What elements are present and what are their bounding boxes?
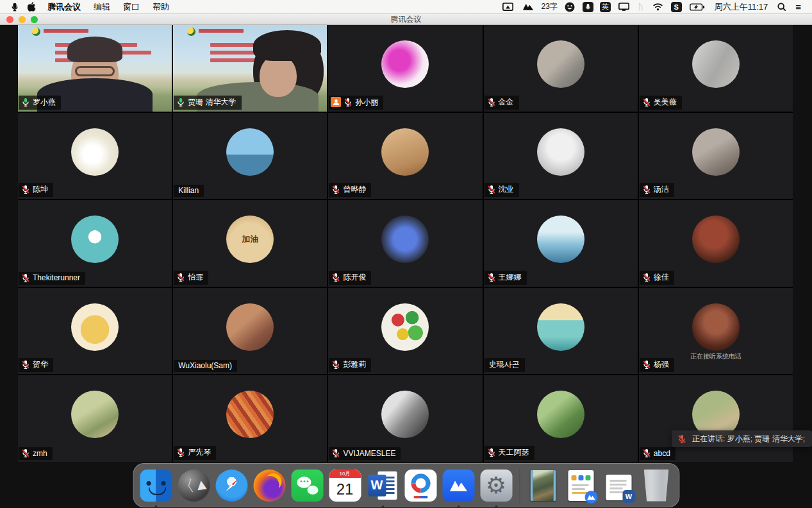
- participant-tile[interactable]: 史琨사곤: [484, 288, 638, 375]
- avatar: [692, 128, 740, 176]
- participant-tile[interactable]: 天工阿瑟: [484, 375, 638, 462]
- screen-mirroring-icon[interactable]: [498, 0, 518, 13]
- menubar-clock[interactable]: 周六上午11:17: [709, 1, 774, 13]
- participant-tile[interactable]: 吴美薇: [639, 25, 793, 112]
- participant-tile[interactable]: 罗小燕: [18, 25, 172, 112]
- participant-tile[interactable]: 曾晔静: [328, 113, 482, 199]
- menubar-list-icon[interactable]: ≡: [791, 0, 806, 13]
- participant-tile[interactable]: 严先琴: [173, 375, 327, 462]
- participant-nameplate: 徐佳: [640, 271, 674, 285]
- avatar: [71, 128, 119, 176]
- dock-tencent-meeting-icon[interactable]: [442, 469, 475, 502]
- mic-muted-icon: [176, 273, 185, 282]
- window-title-bar: 腾讯会议: [0, 14, 812, 25]
- avatar: [71, 216, 119, 263]
- participant-tile[interactable]: 汤洁: [639, 113, 793, 199]
- participant-tile[interactable]: VVIJAMESLEE: [328, 375, 482, 462]
- mic-muted-icon: [642, 360, 651, 369]
- avatar: [692, 40, 740, 88]
- participant-nameplate: 王娜娜: [485, 271, 527, 285]
- participant-tile[interactable]: 加油 怡霏: [173, 200, 327, 287]
- avatar: [226, 391, 274, 438]
- display-icon[interactable]: [614, 0, 634, 13]
- dock-system-preferences-icon[interactable]: ⚙: [479, 469, 513, 502]
- dock-finder-icon[interactable]: [139, 469, 172, 502]
- dock-trash-icon[interactable]: [640, 469, 673, 502]
- battery-charging-icon[interactable]: [685, 0, 709, 13]
- participant-nameplate: 金金: [485, 96, 519, 110]
- dock-safari-icon[interactable]: [215, 469, 248, 502]
- participant-tile[interactable]: 陈坤: [18, 113, 172, 199]
- participant-name: VVIJAMESLEE: [343, 449, 395, 458]
- banner-title-line: [44, 29, 88, 33]
- participant-name: 怡霏: [188, 272, 203, 283]
- participant-tile[interactable]: 孙小丽: [328, 25, 482, 112]
- window-title: 腾讯会议: [0, 14, 812, 25]
- avatar: [226, 128, 274, 176]
- participant-tile[interactable]: 徐佳: [639, 200, 793, 287]
- dock-baidu-netdisk-icon[interactable]: [404, 469, 437, 502]
- participant-nameplate: 吴美薇: [640, 96, 682, 110]
- emoji-input-icon[interactable]: [560, 0, 579, 13]
- participant-nameplate: 贺华: [19, 358, 53, 372]
- participant-tile[interactable]: 王娜娜: [484, 200, 638, 287]
- input-char-count: 23字: [538, 1, 559, 12]
- person-badge-icon: [331, 97, 341, 107]
- input-method-icon[interactable]: 英: [600, 2, 611, 12]
- dock-file-word-doc-icon[interactable]: W: [602, 469, 635, 502]
- sogou-input-icon[interactable]: S: [671, 2, 682, 12]
- muted-mic-icon: [677, 434, 686, 444]
- participant-name: 徐佳: [654, 272, 669, 283]
- mic-muted-icon: [331, 448, 340, 458]
- dock-file-meeting-doc-icon[interactable]: [564, 469, 597, 502]
- dock-file-painting-icon[interactable]: [526, 469, 559, 502]
- menu-help[interactable]: 帮助: [146, 0, 176, 13]
- bluetooth-icon[interactable]: ᚢ: [634, 0, 648, 13]
- participant-nameplate: 汤洁: [640, 183, 674, 197]
- participant-name: 孙小丽: [355, 97, 378, 108]
- wifi-icon[interactable]: [648, 0, 668, 13]
- menu-window[interactable]: 窗口: [117, 0, 146, 13]
- participant-tile[interactable]: 金金: [484, 25, 638, 112]
- participant-name: 金金: [499, 97, 514, 108]
- participant-tile[interactable]: 正在接听系统电话 杨强: [639, 288, 793, 375]
- participant-nameplate: Killian: [174, 185, 204, 197]
- avatar: [537, 391, 584, 438]
- avatar: [537, 216, 584, 263]
- participant-tile[interactable]: Killian: [173, 113, 327, 199]
- dock-calendar-icon[interactable]: 10月21: [328, 469, 361, 502]
- participant-name: 王娜娜: [499, 272, 522, 283]
- menu-edit[interactable]: 编辑: [87, 0, 117, 13]
- dock-word-icon[interactable]: W: [366, 469, 399, 502]
- dock-wechat-icon[interactable]: [290, 469, 324, 502]
- calendar-day: 21: [329, 478, 361, 502]
- mic-muted-icon: [331, 360, 340, 369]
- participant-grid: 罗小燕 贾珊 清华大学 孙小丽 金金 吴美薇 陈坤Killian 曾晔静 沈业 …: [18, 25, 793, 462]
- banner-logo: [32, 28, 40, 36]
- participant-tile[interactable]: zmh: [18, 375, 172, 462]
- participant-tile[interactable]: 贺华: [18, 288, 172, 375]
- participant-nameplate: 陈开俊: [329, 271, 371, 285]
- avatar: [71, 391, 119, 438]
- participant-tile[interactable]: 陈开俊: [328, 200, 482, 287]
- participant-tile[interactable]: 贾珊 清华大学: [173, 25, 327, 112]
- participant-tile[interactable]: WuXiaolu(Sam): [173, 288, 327, 375]
- spotlight-search-icon[interactable]: [773, 0, 791, 13]
- microphone-indicator-icon: [6, 0, 23, 13]
- phone-call-status: 正在接听系统电话: [690, 352, 742, 361]
- participant-nameplate: 彭雅莉: [329, 358, 371, 372]
- mic-muted-icon: [331, 185, 340, 194]
- participant-tile[interactable]: 沈业: [484, 113, 638, 199]
- participant-tile[interactable]: Thekiterunner: [18, 200, 172, 287]
- mic-muted-icon: [487, 97, 496, 107]
- tencent-meeting-menubar-icon[interactable]: [518, 0, 538, 13]
- speaking-toast: 正在讲话: 罗小燕; 贾珊 清华大学;: [672, 430, 812, 447]
- dock-firefox-icon[interactable]: [253, 469, 286, 502]
- dock-launchpad-icon[interactable]: 〈▲: [177, 469, 210, 502]
- participant-tile[interactable]: 彭雅莉: [328, 288, 482, 375]
- apple-menu[interactable]: [23, 0, 41, 13]
- mic-on-icon: [21, 97, 30, 107]
- menu-app-name[interactable]: 腾讯会议: [41, 0, 87, 13]
- participant-tile[interactable]: abcd: [639, 375, 793, 462]
- dictation-mic-icon[interactable]: [583, 2, 593, 12]
